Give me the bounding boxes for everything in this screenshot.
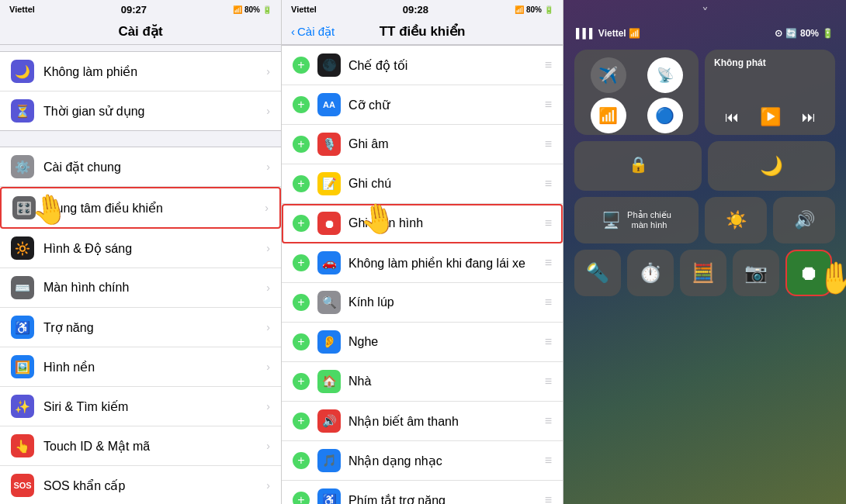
display-chevron: ›: [266, 242, 270, 254]
add-notes[interactable]: +: [293, 175, 310, 192]
cc-play-btn[interactable]: ▶️: [760, 107, 781, 127]
back-label: Cài đặt: [297, 25, 335, 39]
settings-item-screentime[interactable]: ⏳ Thời gian sử dụng ›: [0, 91, 281, 130]
cc-wifi-btn[interactable]: 📶: [582, 98, 634, 133]
settings-group-1: 🌙 Không làm phiền › ⏳ Thời gian sử dụng …: [0, 51, 281, 131]
cc-calculator-btn[interactable]: 🧮: [680, 250, 726, 296]
torch-icon: 🔦: [586, 262, 609, 284]
notes-label: Ghi chú: [348, 177, 537, 191]
settings-item-touchid[interactable]: 👆 Touch ID & Mật mã ›: [0, 426, 281, 466]
mirror-label: Phản chiếumàn hình: [627, 210, 671, 230]
carrier-1: Viettel: [9, 5, 35, 14]
dnd-drive-label: Không làm phiền khi đang lái xe: [348, 256, 537, 271]
cc-row-3: 🖥️ Phản chiếumàn hình ☀️ 🔊: [574, 197, 835, 243]
cc-row-1: ✈️ 📡 📶 🔵 Không phát ⏮: [574, 50, 835, 135]
homescreen-label: Màn hình chính: [43, 281, 257, 295]
sos-chevron: ›: [266, 479, 270, 492]
add-magnifier[interactable]: +: [293, 294, 310, 311]
ctrl-item-voicememo[interactable]: + 🎙️ Ghi âm ≡: [282, 125, 563, 164]
ctrl-item-dnd-drive[interactable]: + 🚗 Không làm phiền khi đang lái xe ≡: [282, 243, 563, 283]
ctrl-item-hearing[interactable]: + 👂 Nghe ≡: [282, 323, 563, 362]
cc-timer-btn[interactable]: ⏱️: [627, 250, 674, 296]
wifi-icon-cc: 📶: [629, 28, 640, 39]
cc-prev-btn[interactable]: ⏮: [725, 109, 739, 126]
general-label: Cài đặt chung: [43, 160, 257, 174]
home-icon: 🏠: [317, 370, 341, 393]
ctrl-item-screenrecord[interactable]: + ⏺ Ghi màn hình ≡: [282, 204, 563, 243]
nav-back-ctrl[interactable]: ‹ Cài đặt: [291, 25, 335, 39]
cc-torch-btn[interactable]: 🔦: [574, 250, 621, 296]
add-voicememo[interactable]: +: [293, 136, 310, 153]
ctrl-title: TT điều khiển: [380, 23, 466, 40]
home-drag: ≡: [545, 375, 552, 388]
mirror-icon: 🖥️: [602, 211, 621, 230]
fontsize-drag: ≡: [545, 98, 552, 112]
settings-item-general[interactable]: ⚙️ Cài đặt chung ›: [0, 147, 281, 187]
cc-rotate-lock-btn[interactable]: 🔒: [574, 141, 702, 191]
display-label: Hình & Độ sáng: [43, 241, 257, 256]
ctrl-item-magnifier[interactable]: + 🔍 Kính lúp ≡: [282, 283, 563, 323]
ctrl-item-sound-recognition[interactable]: + 🔊 Nhận biết âm thanh ≡: [282, 402, 563, 441]
cc-dnd-btn[interactable]: 🌙: [708, 141, 835, 191]
cc-chevron-top: ˅: [563, 0, 846, 23]
ctrl-item-notes[interactable]: + 📝 Ghi chú ≡: [282, 164, 563, 204]
add-accessshortcut[interactable]: +: [293, 492, 310, 504]
battery-text-1: 80%: [244, 5, 260, 14]
cc-airplane-btn[interactable]: ✈️: [582, 57, 634, 93]
signal-icon-3: ▌▌▌: [576, 28, 596, 39]
ctrl-item-shazam[interactable]: + 🎵 Nhận dạng nhạc ≡: [282, 441, 563, 481]
cc-next-btn[interactable]: ⏭: [802, 109, 816, 126]
fontsize-label: Cỡ chữ: [348, 98, 537, 112]
dnd-moon-icon: 🌙: [760, 155, 783, 177]
cc-cellular-btn[interactable]: 📡: [639, 57, 691, 93]
settings-item-display[interactable]: 🔆 Hình & Độ sáng ›: [0, 229, 281, 268]
add-shazam[interactable]: +: [293, 452, 310, 469]
ctrl-item-fontsize[interactable]: + AA Cỡ chữ ≡: [282, 85, 563, 125]
add-screenrecord[interactable]: +: [293, 215, 310, 232]
settings-item-siri[interactable]: ✨ Siri & Tìm kiếm ›: [0, 387, 281, 426]
add-dnd-drive[interactable]: +: [293, 254, 310, 271]
hearing-label: Nghe: [348, 335, 537, 349]
siri-icon: ✨: [11, 395, 34, 418]
cc-camera-btn[interactable]: 📷: [733, 250, 779, 296]
cc-brightness-btn[interactable]: ☀️: [705, 197, 767, 243]
magnifier-icon: 🔍: [317, 291, 341, 314]
accessibility-icon: ♿: [11, 316, 34, 339]
location-icon-cc: ⊙: [775, 28, 782, 39]
add-fontsize[interactable]: +: [293, 96, 310, 113]
ctrl-item-darkmode[interactable]: + 🌑 Chế độ tối ≡: [282, 46, 563, 85]
settings-item-sos[interactable]: SOS SOS khẩn cấp ›: [0, 466, 281, 504]
darkmode-drag: ≡: [545, 58, 552, 72]
add-hearing[interactable]: +: [293, 333, 310, 350]
ctrl-item-home[interactable]: + 🏠 Nhà ≡: [282, 362, 563, 402]
settings-item-homescreen[interactable]: ⌨️ Màn hình chính ›: [0, 268, 281, 308]
cc-row-2: 🔒 🌙: [574, 141, 835, 191]
shazam-drag: ≡: [545, 454, 552, 468]
status-bar-2: Viettel 09:28 📶 80%🔋: [282, 0, 563, 19]
voicememo-drag: ≡: [545, 137, 552, 151]
add-darkmode[interactable]: +: [293, 57, 310, 74]
touchid-chevron: ›: [266, 440, 270, 452]
settings-title: Cài đặt: [118, 23, 162, 40]
general-icon: ⚙️: [11, 155, 34, 178]
voicememo-icon: 🎙️: [317, 133, 341, 156]
sos-label: SOS khẩn cấp: [43, 478, 257, 493]
wallpaper-icon: 🖼️: [11, 355, 34, 378]
notes-icon: 📝: [317, 172, 341, 195]
sos-icon: SOS: [11, 474, 34, 497]
cc-mirror-btn[interactable]: 🖥️ Phản chiếumàn hình: [574, 197, 699, 243]
settings-item-accessibility[interactable]: ♿ Trợ năng ›: [0, 308, 281, 347]
cc-volume-btn[interactable]: 🔊: [773, 197, 835, 243]
settings-item-wallpaper[interactable]: 🖼️ Hình nền ›: [0, 347, 281, 387]
cc-bluetooth-btn[interactable]: 🔵: [639, 98, 691, 133]
rotate-lock-icon: 🔒: [629, 155, 648, 174]
screenrecord-icon: ⏺: [317, 212, 341, 235]
homescreen-icon: ⌨️: [11, 276, 34, 299]
add-sound-recognition[interactable]: +: [293, 413, 310, 430]
cc-media-title: Không phát: [714, 57, 826, 68]
controlcenter-label: Trung tâm điều khiển: [45, 201, 255, 216]
ctrl-item-accessshortcut[interactable]: + ♿ Phím tắt trợ năng ≡: [282, 481, 563, 504]
add-home[interactable]: +: [293, 373, 310, 390]
shazam-label: Nhận dạng nhạc: [348, 454, 537, 468]
settings-item-dnd[interactable]: 🌙 Không làm phiền ›: [0, 52, 281, 91]
